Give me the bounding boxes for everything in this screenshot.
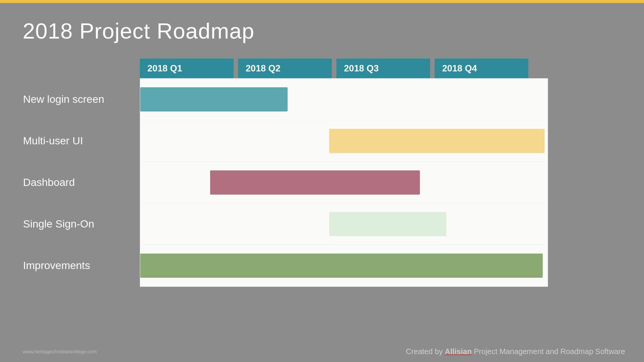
bar-sso xyxy=(329,212,446,236)
label-container-sso: Single Sign-On xyxy=(23,203,94,244)
footer-website: www.heritagechristiancollege.com xyxy=(23,349,97,354)
row-label-login: New login screen xyxy=(23,93,104,105)
quarter-header-q1: 2018 Q1 xyxy=(140,59,234,78)
quarter-header-q3: 2018 Q3 xyxy=(336,59,430,78)
footer-prefix: Created by xyxy=(406,347,445,356)
bar-improvements xyxy=(140,254,543,278)
quarter-headers: 2018 Q1 2018 Q2 2018 Q3 2018 Q4 xyxy=(140,59,625,78)
gantt-wrapper: 2018 Q1 2018 Q2 2018 Q3 2018 Q4 New logi… xyxy=(23,59,625,287)
top-border xyxy=(0,0,644,3)
gantt-row-sso: Single Sign-On xyxy=(140,203,548,245)
footer: www.heritagechristiancollege.com Created… xyxy=(23,347,625,356)
quarter-header-q2: 2018 Q2 xyxy=(238,59,332,78)
slide: 2018 Project Roadmap 2018 Q1 2018 Q2 201… xyxy=(0,3,644,362)
footer-brand: Allisian xyxy=(445,347,472,356)
page-title: 2018 Project Roadmap xyxy=(23,18,625,43)
bar-area-sso xyxy=(140,203,548,244)
footer-credit: Created by Allisian Project Management a… xyxy=(406,347,625,356)
label-container-login: New login screen xyxy=(23,79,104,120)
bar-area-improvements xyxy=(140,245,548,286)
gantt-body: New login screen Multi-user UI Dashboard xyxy=(140,78,548,287)
footer-suffix: Project Management and Roadmap Software xyxy=(472,347,625,356)
label-container-improvements: Improvements xyxy=(23,245,90,286)
row-label-improvements: Improvements xyxy=(23,260,90,272)
bar-area-dashboard xyxy=(140,162,548,203)
bar-dashboard xyxy=(210,170,420,195)
row-label-multiuser: Multi-user UI xyxy=(23,135,83,147)
bar-area-multiuser xyxy=(140,120,548,161)
bar-multiuser xyxy=(329,129,545,153)
row-label-sso: Single Sign-On xyxy=(23,218,94,230)
gantt-row-improvements: Improvements xyxy=(140,245,548,286)
bar-area-login xyxy=(140,79,548,120)
gantt-row-multiuser: Multi-user UI xyxy=(140,120,548,162)
bar-login xyxy=(140,87,288,111)
gantt-row-dashboard: Dashboard xyxy=(140,162,548,203)
row-label-dashboard: Dashboard xyxy=(23,176,75,189)
quarter-header-q4: 2018 Q4 xyxy=(435,59,528,78)
label-container-multiuser: Multi-user UI xyxy=(23,120,83,161)
gantt-row-login: New login screen xyxy=(140,79,548,120)
label-container-dashboard: Dashboard xyxy=(23,162,75,203)
